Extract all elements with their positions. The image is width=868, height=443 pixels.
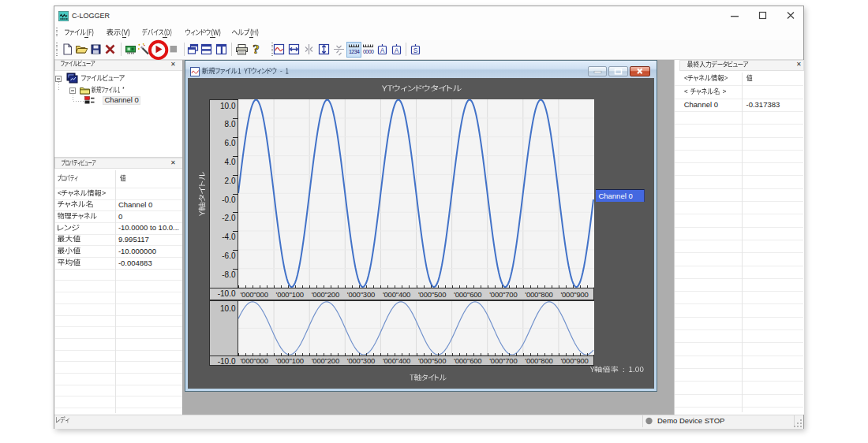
svg-text:?: ? xyxy=(253,43,260,56)
svg-text:S: S xyxy=(413,47,417,54)
svg-text:A: A xyxy=(380,47,384,54)
svg-text:0000: 0000 xyxy=(363,49,374,54)
svg-text:1234: 1234 xyxy=(349,49,360,54)
svg-text:A: A xyxy=(394,47,398,54)
